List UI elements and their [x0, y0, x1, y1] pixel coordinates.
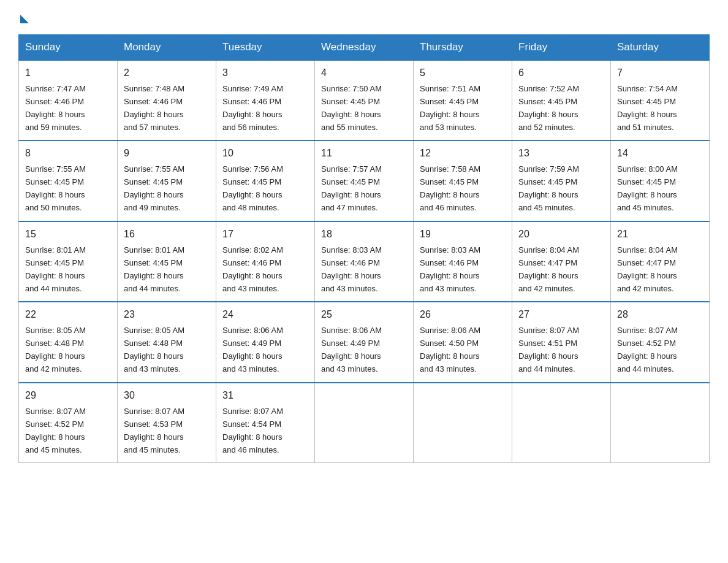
day-info: Sunrise: 8:06 AMSunset: 4:50 PMDaylight:…: [420, 326, 480, 373]
day-info: Sunrise: 7:55 AMSunset: 4:45 PMDaylight:…: [25, 164, 86, 212]
calendar-cell: 16Sunrise: 8:01 AMSunset: 4:45 PMDayligh…: [118, 221, 216, 302]
calendar-cell: 5Sunrise: 7:51 AMSunset: 4:45 PMDaylight…: [414, 60, 512, 140]
calendar-cell: 14Sunrise: 8:00 AMSunset: 4:45 PMDayligh…: [611, 140, 710, 221]
calendar-cell: 19Sunrise: 8:03 AMSunset: 4:46 PMDayligh…: [414, 221, 512, 302]
header-sunday: Sunday: [19, 35, 118, 61]
day-info: Sunrise: 7:57 AMSunset: 4:45 PMDaylight:…: [321, 164, 382, 212]
calendar-cell: 4Sunrise: 7:50 AMSunset: 4:45 PMDaylight…: [315, 60, 414, 140]
day-info: Sunrise: 7:51 AMSunset: 4:45 PMDaylight:…: [420, 84, 480, 132]
calendar-cell: 18Sunrise: 8:03 AMSunset: 4:46 PMDayligh…: [315, 221, 414, 302]
day-info: Sunrise: 8:04 AMSunset: 4:47 PMDaylight:…: [617, 245, 678, 293]
day-number: 19: [420, 227, 506, 242]
calendar-cell: 27Sunrise: 8:07 AMSunset: 4:51 PMDayligh…: [512, 302, 611, 382]
header-thursday: Thursday: [414, 35, 512, 61]
day-number: 8: [25, 146, 111, 161]
day-number: 20: [518, 227, 604, 242]
day-number: 18: [321, 227, 407, 242]
week-row-2: 8Sunrise: 7:55 AMSunset: 4:45 PMDaylight…: [19, 140, 710, 221]
logo: [18, 12, 29, 23]
day-number: 17: [222, 227, 308, 242]
day-number: 3: [222, 66, 308, 81]
day-info: Sunrise: 7:55 AMSunset: 4:45 PMDaylight:…: [124, 164, 184, 212]
day-info: Sunrise: 7:48 AMSunset: 4:46 PMDaylight:…: [124, 84, 184, 132]
day-number: 16: [124, 227, 210, 242]
calendar-cell: 13Sunrise: 7:59 AMSunset: 4:45 PMDayligh…: [512, 140, 611, 221]
header-wednesday: Wednesday: [315, 35, 414, 61]
calendar-cell: 6Sunrise: 7:52 AMSunset: 4:45 PMDaylight…: [512, 60, 611, 140]
day-number: 24: [222, 307, 308, 323]
day-info: Sunrise: 8:07 AMSunset: 4:51 PMDaylight:…: [518, 326, 579, 373]
day-info: Sunrise: 7:58 AMSunset: 4:45 PMDaylight:…: [420, 164, 480, 212]
week-row-5: 29Sunrise: 8:07 AMSunset: 4:52 PMDayligh…: [19, 383, 710, 463]
calendar-cell: 11Sunrise: 7:57 AMSunset: 4:45 PMDayligh…: [315, 140, 414, 221]
day-number: 12: [420, 146, 506, 161]
day-info: Sunrise: 7:52 AMSunset: 4:45 PMDaylight:…: [518, 84, 579, 132]
calendar-cell: 2Sunrise: 7:48 AMSunset: 4:46 PMDaylight…: [118, 60, 216, 140]
calendar-cell: [512, 383, 611, 463]
calendar-cell: 10Sunrise: 7:56 AMSunset: 4:45 PMDayligh…: [216, 140, 315, 221]
day-info: Sunrise: 8:07 AMSunset: 4:53 PMDaylight:…: [124, 407, 184, 454]
day-info: Sunrise: 8:03 AMSunset: 4:46 PMDaylight:…: [420, 245, 480, 293]
day-number: 11: [321, 146, 407, 161]
day-info: Sunrise: 7:47 AMSunset: 4:46 PMDaylight:…: [25, 84, 86, 132]
day-number: 28: [617, 307, 703, 323]
calendar-cell: 7Sunrise: 7:54 AMSunset: 4:45 PMDaylight…: [611, 60, 710, 140]
week-row-3: 15Sunrise: 8:01 AMSunset: 4:45 PMDayligh…: [19, 221, 710, 302]
calendar-body: 1Sunrise: 7:47 AMSunset: 4:46 PMDaylight…: [19, 60, 710, 463]
calendar-cell: 31Sunrise: 8:07 AMSunset: 4:54 PMDayligh…: [216, 383, 315, 463]
day-number: 9: [124, 146, 210, 161]
day-number: 21: [617, 227, 703, 242]
logo-triangle-icon: [20, 15, 29, 23]
header-monday: Monday: [118, 35, 216, 61]
calendar-header: SundayMondayTuesdayWednesdayThursdayFrid…: [19, 35, 710, 61]
calendar-cell: 29Sunrise: 8:07 AMSunset: 4:52 PMDayligh…: [19, 383, 118, 463]
day-info: Sunrise: 8:05 AMSunset: 4:48 PMDaylight:…: [124, 326, 184, 373]
day-info: Sunrise: 8:06 AMSunset: 4:49 PMDaylight:…: [222, 326, 283, 373]
day-info: Sunrise: 8:02 AMSunset: 4:46 PMDaylight:…: [222, 245, 283, 293]
day-info: Sunrise: 7:50 AMSunset: 4:45 PMDaylight:…: [321, 84, 382, 132]
header-saturday: Saturday: [611, 35, 710, 61]
header-friday: Friday: [512, 35, 611, 61]
day-number: 27: [518, 307, 604, 323]
day-info: Sunrise: 8:03 AMSunset: 4:46 PMDaylight:…: [321, 245, 382, 293]
day-number: 5: [420, 66, 506, 81]
day-number: 15: [25, 227, 111, 242]
day-info: Sunrise: 7:59 AMSunset: 4:45 PMDaylight:…: [518, 164, 579, 212]
calendar-cell: 28Sunrise: 8:07 AMSunset: 4:52 PMDayligh…: [611, 302, 710, 382]
calendar-cell: [315, 383, 414, 463]
day-info: Sunrise: 8:07 AMSunset: 4:54 PMDaylight:…: [222, 407, 283, 454]
day-number: 13: [518, 146, 604, 161]
calendar-cell: 12Sunrise: 7:58 AMSunset: 4:45 PMDayligh…: [414, 140, 512, 221]
day-info: Sunrise: 8:04 AMSunset: 4:47 PMDaylight:…: [518, 245, 579, 293]
calendar-table: SundayMondayTuesdayWednesdayThursdayFrid…: [18, 34, 710, 463]
calendar-cell: 21Sunrise: 8:04 AMSunset: 4:47 PMDayligh…: [611, 221, 710, 302]
calendar-cell: 9Sunrise: 7:55 AMSunset: 4:45 PMDaylight…: [118, 140, 216, 221]
day-info: Sunrise: 7:49 AMSunset: 4:46 PMDaylight:…: [222, 84, 283, 132]
day-number: 31: [222, 388, 308, 404]
day-number: 23: [124, 307, 210, 323]
day-number: 10: [222, 146, 308, 161]
day-info: Sunrise: 7:54 AMSunset: 4:45 PMDaylight:…: [617, 84, 678, 132]
calendar-cell: 8Sunrise: 7:55 AMSunset: 4:45 PMDaylight…: [19, 140, 118, 221]
day-number: 4: [321, 66, 407, 81]
week-row-4: 22Sunrise: 8:05 AMSunset: 4:48 PMDayligh…: [19, 302, 710, 382]
day-number: 30: [124, 388, 210, 404]
calendar-cell: 26Sunrise: 8:06 AMSunset: 4:50 PMDayligh…: [414, 302, 512, 382]
day-info: Sunrise: 8:01 AMSunset: 4:45 PMDaylight:…: [124, 245, 184, 293]
day-number: 26: [420, 307, 506, 323]
page-header: [18, 12, 710, 23]
calendar-cell: 23Sunrise: 8:05 AMSunset: 4:48 PMDayligh…: [118, 302, 216, 382]
day-info: Sunrise: 8:05 AMSunset: 4:48 PMDaylight:…: [25, 326, 86, 373]
calendar-cell: 17Sunrise: 8:02 AMSunset: 4:46 PMDayligh…: [216, 221, 315, 302]
day-number: 29: [25, 388, 111, 404]
calendar-cell: 24Sunrise: 8:06 AMSunset: 4:49 PMDayligh…: [216, 302, 315, 382]
day-number: 2: [124, 66, 210, 81]
calendar-cell: 22Sunrise: 8:05 AMSunset: 4:48 PMDayligh…: [19, 302, 118, 382]
day-info: Sunrise: 8:00 AMSunset: 4:45 PMDaylight:…: [617, 164, 678, 212]
day-number: 22: [25, 307, 111, 323]
calendar-cell: 15Sunrise: 8:01 AMSunset: 4:45 PMDayligh…: [19, 221, 118, 302]
header-tuesday: Tuesday: [216, 35, 315, 61]
day-number: 6: [518, 66, 604, 81]
calendar-cell: 20Sunrise: 8:04 AMSunset: 4:47 PMDayligh…: [512, 221, 611, 302]
calendar-cell: 30Sunrise: 8:07 AMSunset: 4:53 PMDayligh…: [118, 383, 216, 463]
